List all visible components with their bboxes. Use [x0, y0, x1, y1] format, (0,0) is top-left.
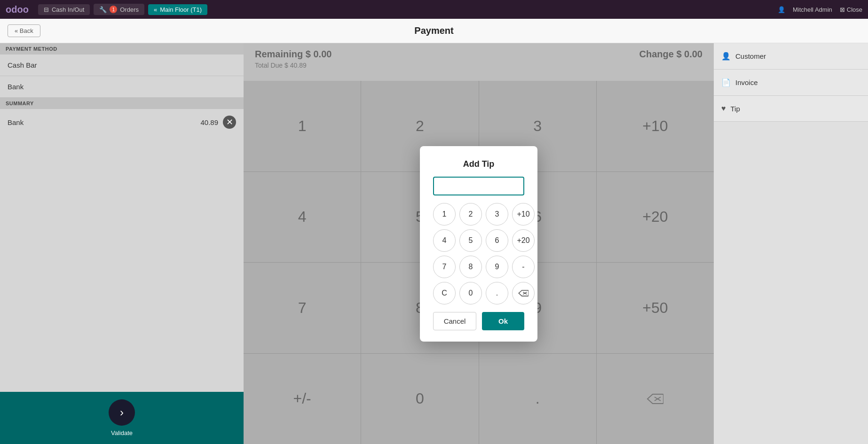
sub-header: « Back Payment	[0, 19, 868, 43]
orders-icon: 🔧	[99, 6, 107, 13]
user-icon: 👤	[778, 6, 785, 13]
tip-icon: ♥	[721, 104, 726, 113]
ok-button[interactable]: Ok	[482, 312, 524, 330]
payment-method-label: PAYMENT METHOD	[0, 43, 244, 55]
dial-backspace[interactable]	[512, 282, 535, 304]
customer-icon: 👤	[721, 52, 731, 61]
invoice-label: Invoice	[735, 78, 758, 86]
cancel-button[interactable]: Cancel	[433, 312, 476, 330]
dial-minus[interactable]: -	[512, 256, 535, 278]
validate-label: Validate	[111, 429, 133, 436]
main-floor-button[interactable]: « Main Floor (T1)	[148, 4, 207, 15]
dialog-numpad: 1 2 3 +10 4 5 6 +20 7 8 9 - C 0 .	[433, 203, 524, 304]
center-panel: Remaining $ 0.00 Total Due $ 40.89 Chang…	[244, 43, 714, 444]
odoo-logo: odoo	[6, 4, 29, 15]
nav-right: 👤 Mitchell Admin ⊠ Close	[778, 6, 862, 13]
left-panel: PAYMENT METHOD Cash Bar Bank SUMMARY Ban…	[0, 43, 244, 444]
modal-overlay: Add Tip 1 2 3 +10 4 5 6 +20 7 8 9 - C 0	[244, 43, 714, 444]
page-title: Payment	[414, 25, 453, 36]
invoice-item[interactable]: 📄 Invoice	[714, 70, 868, 96]
add-tip-dialog: Add Tip 1 2 3 +10 4 5 6 +20 7 8 9 - C 0	[420, 146, 537, 342]
cash-icon: ⊟	[44, 6, 49, 13]
summary-bank-label: Bank	[8, 118, 24, 126]
dial-plus10[interactable]: +10	[512, 203, 535, 226]
summary-bank-item: Bank 40.89 ✕	[0, 109, 244, 135]
dial-4[interactable]: 4	[433, 229, 456, 252]
dial-plus20[interactable]: +20	[512, 229, 535, 252]
dial-7[interactable]: 7	[433, 256, 456, 278]
main-layout: PAYMENT METHOD Cash Bar Bank SUMMARY Ban…	[0, 43, 868, 444]
cash-in-out-button[interactable]: ⊟ Cash In/Out	[38, 4, 90, 15]
right-panel: 👤 Customer 📄 Invoice ♥ Tip	[714, 43, 868, 444]
remove-summary-button[interactable]: ✕	[223, 116, 236, 129]
close-icon: ⊠	[840, 6, 845, 13]
invoice-icon: 📄	[721, 78, 731, 87]
dial-0[interactable]: 0	[459, 282, 482, 304]
orders-button[interactable]: 🔧 1 Orders	[94, 4, 144, 15]
dial-1[interactable]: 1	[433, 203, 456, 226]
customer-item[interactable]: 👤 Customer	[714, 43, 868, 70]
dial-9[interactable]: 9	[486, 256, 508, 278]
back-button[interactable]: « Back	[8, 24, 40, 37]
close-button[interactable]: ⊠ Close	[840, 6, 862, 13]
top-navigation: odoo ⊟ Cash In/Out 🔧 1 Orders « Main Flo…	[0, 0, 868, 19]
dial-3[interactable]: 3	[486, 203, 508, 226]
dial-8[interactable]: 8	[459, 256, 482, 278]
tip-label: Tip	[731, 105, 740, 113]
dial-decimal[interactable]: .	[486, 282, 508, 304]
summary-label: SUMMARY	[0, 98, 244, 109]
summary-amount: 40.89	[200, 118, 218, 126]
tip-item[interactable]: ♥ Tip	[714, 96, 868, 122]
customer-label: Customer	[735, 52, 766, 60]
floor-icon: «	[154, 6, 157, 13]
cash-bar-item[interactable]: Cash Bar	[0, 55, 244, 76]
tip-input[interactable]	[433, 177, 524, 195]
validate-area: › Validate	[0, 392, 244, 444]
dialog-actions: Cancel Ok	[433, 312, 524, 330]
dialog-title: Add Tip	[463, 159, 495, 169]
dial-c[interactable]: C	[433, 282, 456, 304]
dial-5[interactable]: 5	[459, 229, 482, 252]
bank-item[interactable]: Bank	[0, 76, 244, 98]
validate-button[interactable]: ›	[109, 399, 135, 426]
dial-6[interactable]: 6	[486, 229, 508, 252]
arrow-right-icon: ›	[120, 406, 124, 419]
dial-2[interactable]: 2	[459, 203, 482, 226]
